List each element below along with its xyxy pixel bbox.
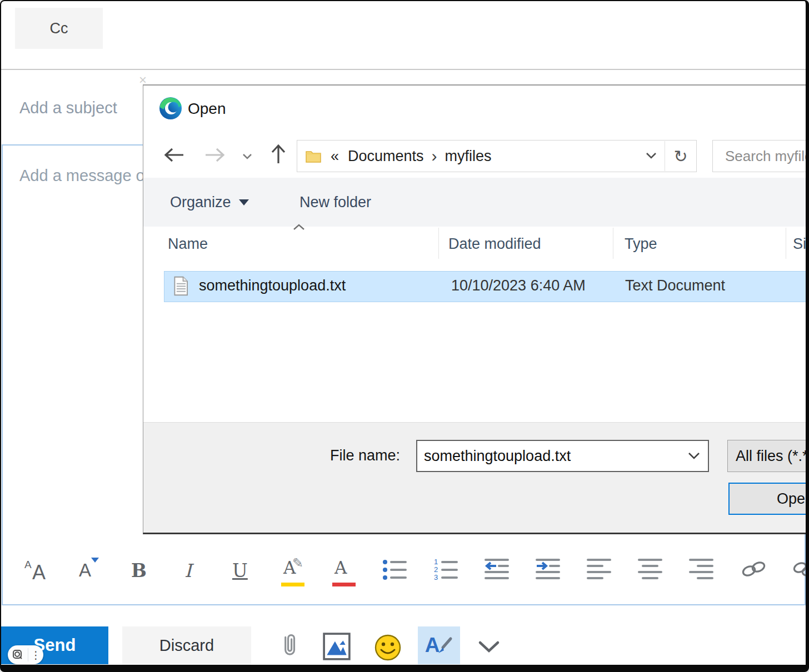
file-name-label: File name: [330, 447, 400, 464]
formatting-toolbar: A A A B I U A ✎ A [24, 554, 809, 592]
breadcrumb-documents[interactable]: Documents [348, 148, 424, 165]
file-name-input[interactable] [417, 447, 688, 465]
numbered-list-icon[interactable]: 1 2 3 [433, 558, 459, 589]
organize-button[interactable]: Organize [170, 178, 249, 227]
file-type-dropdown[interactable]: All files (*.*) [727, 440, 809, 472]
brush-icon [436, 636, 453, 654]
underline-icon[interactable]: U [229, 558, 254, 589]
smiley-icon [374, 634, 402, 661]
folder-icon [305, 148, 322, 164]
file-name: somethingtoupload.txt [199, 277, 346, 294]
combobox-chevron-icon[interactable] [688, 452, 700, 460]
svg-text:1: 1 [434, 558, 438, 566]
column-header-name[interactable]: Name [168, 235, 208, 253]
command-bar: Organize New folder [143, 178, 807, 227]
header-divider [1, 69, 806, 70]
new-folder-button[interactable]: New folder [299, 178, 371, 227]
red-bar [332, 583, 356, 586]
align-right-icon[interactable] [689, 558, 715, 589]
refresh-icon[interactable]: ↻ [665, 147, 696, 166]
forward-button[interactable] [204, 147, 226, 166]
up-button[interactable] [270, 143, 287, 167]
discard-button[interactable]: Discard [122, 626, 251, 664]
dialog-footer: File name: All files (*.*) Open [143, 422, 807, 533]
column-divider[interactable] [786, 228, 786, 259]
back-button[interactable] [163, 147, 184, 166]
edge-logo-icon [159, 97, 182, 122]
file-date-modified: 10/10/2023 6:40 AM [451, 277, 586, 294]
chevron-down-icon [478, 640, 500, 654]
cc-button[interactable]: Cc [15, 8, 103, 49]
increase-indent-icon[interactable] [536, 558, 561, 589]
screenshot-frame: Cc Add a subject × Add a message or drag… [0, 0, 809, 672]
text-file-icon [173, 276, 189, 296]
decrease-indent-icon[interactable] [485, 558, 510, 589]
column-header-size[interactable]: Size [793, 235, 809, 253]
kebab-menu-icon[interactable]: ⋮ [28, 650, 43, 660]
dropdown-triangle-icon [91, 558, 99, 563]
draw-formatting-button[interactable]: A [418, 626, 460, 664]
attach-file-button[interactable] [274, 629, 304, 663]
dialog-title: Open [188, 100, 226, 118]
lens-icon[interactable] [8, 648, 28, 661]
font-picker-icon[interactable]: A [76, 558, 101, 589]
sort-ascending-icon [292, 223, 306, 231]
more-options-chevron[interactable] [477, 638, 501, 656]
bold-icon[interactable]: B [127, 558, 152, 589]
remove-link-icon[interactable] [791, 558, 809, 589]
pencil-icon: ✎ [292, 555, 303, 571]
column-header-date-modified[interactable]: Date modified [448, 235, 541, 253]
font-color-icon[interactable]: A [331, 558, 357, 589]
file-row-selected[interactable]: somethingtoupload.txt 10/10/2023 6:40 AM… [164, 271, 809, 302]
file-name-combobox[interactable] [416, 440, 709, 472]
image-search-overlay[interactable]: ⋮ [8, 645, 43, 664]
svg-text:3: 3 [434, 573, 438, 581]
highlight-icon[interactable]: A ✎ [280, 558, 306, 589]
column-header-type[interactable]: Type [625, 235, 657, 253]
insert-link-icon[interactable] [740, 558, 766, 589]
column-divider[interactable] [438, 228, 439, 259]
column-divider[interactable] [613, 228, 613, 259]
open-file-dialog: Open « Documents › myfiles ↻ [143, 84, 808, 534]
file-type: Text Document [625, 277, 725, 294]
align-center-icon[interactable] [638, 558, 663, 589]
organize-caret-icon [239, 199, 249, 205]
insert-image-button[interactable] [321, 631, 352, 662]
recent-locations-chevron[interactable] [242, 152, 252, 162]
bulleted-list-icon[interactable] [382, 558, 408, 589]
address-dropdown-chevron[interactable] [646, 151, 657, 161]
breadcrumb-separator-icon: › [432, 147, 437, 166]
yellow-bar [281, 583, 304, 586]
font-size-icon[interactable]: A A [24, 558, 50, 589]
search-box[interactable] [712, 140, 809, 172]
search-input[interactable] [713, 141, 809, 172]
italic-icon[interactable]: I [178, 558, 203, 589]
align-left-icon[interactable] [587, 558, 612, 589]
paperclip-icon [280, 630, 299, 661]
insert-emoji-button[interactable] [373, 633, 402, 662]
svg-text:2: 2 [434, 565, 438, 574]
breadcrumb-collapse[interactable]: « [331, 148, 339, 165]
open-button[interactable]: Open [728, 483, 809, 515]
address-bar[interactable]: « Documents › myfiles ↻ [297, 140, 697, 172]
image-icon [322, 632, 351, 661]
breadcrumb-myfiles[interactable]: myfiles [445, 148, 492, 165]
